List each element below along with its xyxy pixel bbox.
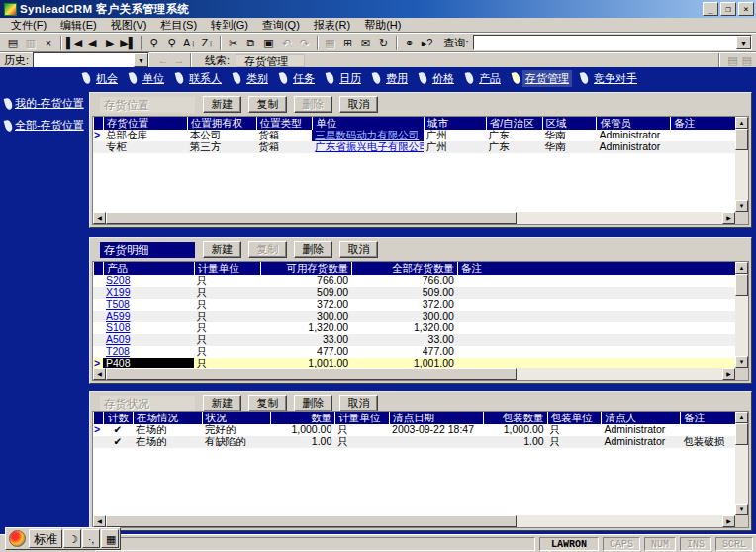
table-cell[interactable]: Administrator bbox=[601, 436, 680, 448]
search-icon[interactable]: ⚲ bbox=[145, 35, 163, 51]
table-cell[interactable] bbox=[457, 322, 735, 334]
chevron-down-icon[interactable]: ▼ bbox=[736, 36, 751, 49]
table-cell[interactable]: 766.00 bbox=[259, 275, 351, 287]
scroll-up-icon[interactable]: ▲ bbox=[735, 262, 748, 274]
table-cell[interactable]: 广东 bbox=[486, 130, 542, 141]
query-value[interactable] bbox=[474, 36, 736, 49]
table-row[interactable]: T508只372.00372.00 bbox=[93, 299, 735, 311]
menu-item-4[interactable]: 转到(G) bbox=[204, 18, 255, 32]
button-新建[interactable]: 新建 bbox=[203, 96, 241, 113]
paste-icon[interactable]: ▣ bbox=[260, 35, 278, 51]
button-新建[interactable]: 新建 bbox=[203, 395, 241, 412]
scrollbar-thumb[interactable] bbox=[106, 212, 517, 224]
table-cell[interactable]: S208 bbox=[103, 275, 194, 287]
button-复制[interactable]: 复制 bbox=[248, 96, 287, 113]
vertical-scrollbar[interactable]: ▲▼ bbox=[735, 117, 748, 212]
table-cell[interactable]: 只 bbox=[547, 436, 602, 448]
sort-desc-icon[interactable]: Z↓ bbox=[199, 35, 217, 51]
tab-产品[interactable]: 产品 bbox=[466, 70, 504, 87]
table-cell[interactable]: 包装破损 bbox=[680, 436, 735, 448]
sort-asc-icon[interactable]: A↓ bbox=[181, 35, 199, 51]
column-header[interactable]: 计量单位 bbox=[194, 262, 260, 275]
scroll-up-icon[interactable]: ▲ bbox=[735, 412, 748, 423]
tab-单位[interactable]: 单位 bbox=[130, 70, 167, 87]
table-cell[interactable]: ✔ bbox=[103, 424, 133, 436]
table-row[interactable]: T208只477.00477.00 bbox=[93, 346, 735, 358]
table-cell[interactable] bbox=[457, 299, 735, 311]
table-cell[interactable]: 只 bbox=[194, 299, 260, 311]
scroll-left-icon[interactable]: ◀ bbox=[93, 368, 106, 380]
chevron-down-icon[interactable]: ▼ bbox=[134, 53, 148, 67]
table-cell[interactable] bbox=[457, 287, 735, 299]
table-cell[interactable]: S108 bbox=[103, 322, 194, 334]
table-cell[interactable] bbox=[670, 141, 735, 153]
table-cell[interactable]: 只 bbox=[194, 346, 260, 358]
column-header[interactable]: 备注 bbox=[680, 412, 735, 424]
vertical-scrollbar[interactable]: ▲▼ bbox=[735, 262, 748, 368]
table-row[interactable]: 专柜第三方货箱广东省振兴电子有限公司广州广东华南Administrator bbox=[93, 141, 735, 153]
button-删除[interactable]: 删除 bbox=[294, 241, 332, 258]
send-mail-icon[interactable]: ✉ bbox=[357, 35, 375, 51]
table-row[interactable]: ✔在场的有缺陷的1.00只1.00只Administrator包装破损 bbox=[93, 436, 735, 448]
table-cell[interactable]: 1,000.00 bbox=[270, 424, 334, 436]
last-record-icon[interactable]: ▶▌ bbox=[119, 35, 137, 51]
link-record-icon[interactable]: ▤ bbox=[727, 54, 737, 67]
menu-item-2[interactable]: 视图(V) bbox=[104, 18, 154, 32]
table-cell[interactable]: 只 bbox=[547, 424, 602, 436]
scroll-right-icon[interactable]: ▶ bbox=[722, 515, 735, 527]
horizontal-scrollbar[interactable]: ◀▶ bbox=[93, 212, 735, 224]
table-cell[interactable]: 只 bbox=[334, 436, 389, 448]
table-cell[interactable]: 总部仓库 bbox=[103, 130, 187, 141]
ime-mode-button[interactable]: 标准 bbox=[29, 529, 62, 548]
back-icon[interactable]: ← bbox=[155, 54, 171, 66]
tab-类别[interactable]: 类别 bbox=[234, 70, 271, 87]
table-cell[interactable]: 专柜 bbox=[103, 141, 187, 153]
table-cell[interactable]: T508 bbox=[103, 299, 194, 311]
table-cell[interactable]: 477.00 bbox=[259, 346, 351, 358]
table-cell[interactable] bbox=[680, 424, 735, 436]
prev-record-icon[interactable]: ◀ bbox=[83, 35, 101, 51]
table-cell[interactable]: 477.00 bbox=[351, 346, 457, 358]
table-cell[interactable]: 300.00 bbox=[351, 311, 457, 322]
table-cell[interactable]: A599 bbox=[103, 311, 194, 322]
soft-keyboard-icon[interactable]: ▦ bbox=[101, 529, 119, 548]
table-cell[interactable]: 在场的 bbox=[133, 424, 202, 436]
export-icon[interactable]: ⊞ bbox=[339, 35, 357, 51]
table-cell[interactable]: 华南 bbox=[542, 130, 597, 141]
column-header[interactable]: 区域 bbox=[542, 117, 597, 130]
table-cell[interactable]: 1,320.00 bbox=[351, 322, 457, 334]
button-取消[interactable]: 取消 bbox=[339, 241, 378, 258]
table-cell[interactable]: 372.00 bbox=[259, 299, 351, 311]
scrollbar-thumb[interactable] bbox=[735, 274, 748, 296]
table-cell[interactable]: X199 bbox=[103, 287, 194, 299]
new-record-icon[interactable]: ▤ bbox=[4, 35, 22, 51]
tab-费用[interactable]: 费用 bbox=[373, 70, 411, 87]
table-cell[interactable]: Administrator bbox=[596, 130, 670, 141]
table-cell[interactable]: 有缺陷的 bbox=[202, 436, 271, 448]
column-header[interactable]: 包装单位 bbox=[547, 412, 602, 424]
search-advanced-icon[interactable]: ⚲ bbox=[163, 35, 181, 51]
history-combobox[interactable]: ▼ bbox=[33, 52, 149, 68]
column-header[interactable]: 计量单位 bbox=[334, 412, 389, 424]
column-header[interactable]: 单位 bbox=[312, 117, 424, 130]
table-row[interactable]: S108只1,320.001,320.00 bbox=[93, 322, 735, 334]
table-cell[interactable] bbox=[457, 311, 735, 322]
table-cell[interactable] bbox=[670, 130, 735, 141]
context-help-icon[interactable]: ▸? bbox=[419, 35, 436, 51]
column-header[interactable]: 省/自治区 bbox=[486, 117, 542, 130]
table-cell[interactable]: 1,000.00 bbox=[483, 424, 547, 436]
scroll-up-icon[interactable]: ▲ bbox=[735, 117, 748, 129]
table-cell[interactable]: 只 bbox=[194, 311, 260, 322]
table-cell[interactable]: 只 bbox=[194, 275, 260, 287]
button-复制[interactable]: 复制 bbox=[248, 395, 287, 412]
table-cell[interactable]: 2003-09-22 18:47 bbox=[389, 424, 483, 436]
menu-item-5[interactable]: 查询(Q) bbox=[255, 18, 307, 32]
scrollbar-thumb[interactable] bbox=[106, 515, 517, 527]
horizontal-scrollbar[interactable]: ◀▶ bbox=[93, 515, 735, 527]
column-header[interactable]: 存货位置 bbox=[103, 117, 187, 130]
table-cell[interactable]: Administrator bbox=[601, 424, 680, 436]
sidebar-item-1[interactable]: 全部-存货位置 bbox=[5, 118, 87, 133]
table-cell[interactable] bbox=[457, 334, 735, 346]
menu-item-3[interactable]: 栏目(S) bbox=[153, 18, 204, 32]
table-cell[interactable]: 300.00 bbox=[259, 311, 351, 322]
